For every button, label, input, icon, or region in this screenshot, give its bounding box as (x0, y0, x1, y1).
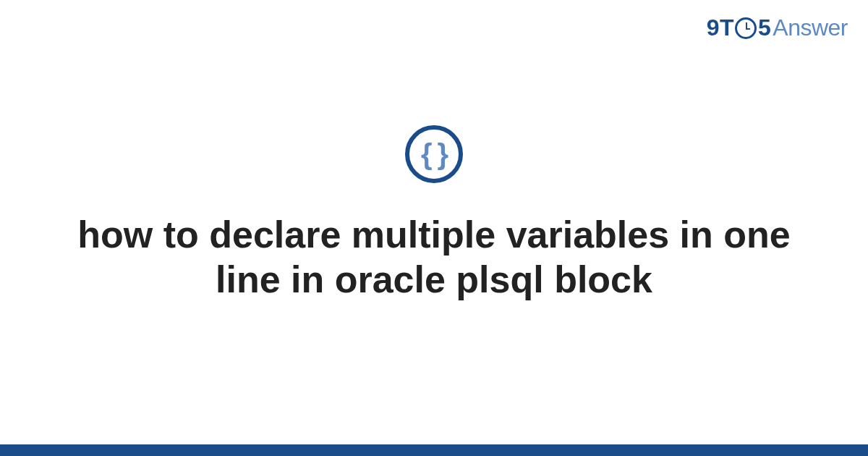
logo-part-answer: Answer (773, 14, 848, 41)
clock-icon (735, 17, 757, 39)
braces-glyph: { } (421, 140, 447, 169)
footer-bar (0, 444, 868, 456)
code-braces-icon: { } (405, 125, 463, 183)
logo-part-nine: 9 (707, 14, 719, 41)
site-logo: 9 T 5 Answer (707, 14, 848, 41)
main-content: { } how to declare multiple variables in… (0, 125, 868, 303)
logo-part-five: 5 (758, 14, 770, 41)
page-title: how to declare multiple variables in one… (54, 212, 814, 303)
logo-part-t: T (720, 14, 733, 41)
